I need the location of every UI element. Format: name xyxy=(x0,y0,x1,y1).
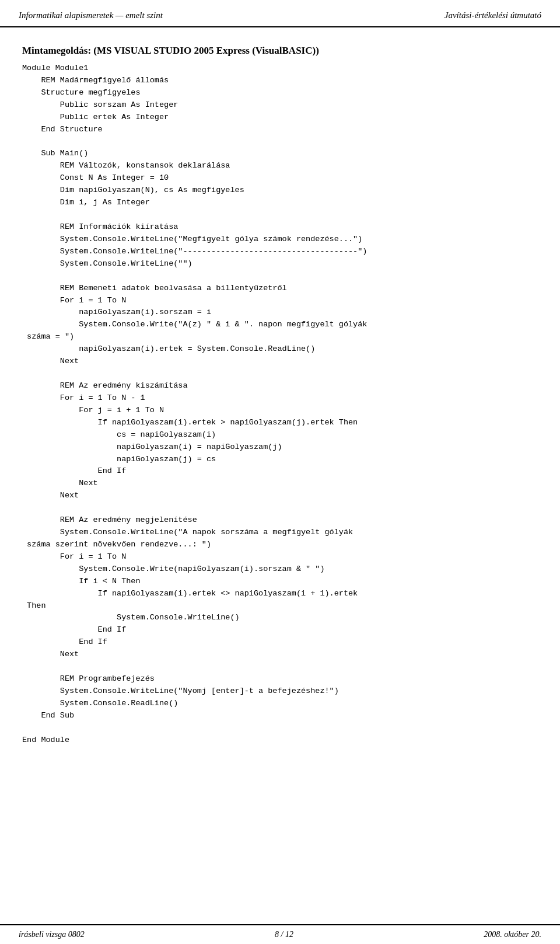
code-block: Module Module1 REM Madármegfigyelő állom… xyxy=(22,62,538,747)
page-header: Informatikai alapismeretek — emelt szint… xyxy=(0,0,560,27)
footer-left: írásbeli vizsga 0802 xyxy=(19,930,85,939)
page-content: Mintamegoldás: (MS VISUAL STUDIO 2005 Ex… xyxy=(0,27,560,793)
footer-right: 2008. október 20. xyxy=(484,930,541,939)
page-footer: írásbeli vizsga 0802 8 / 12 2008. októbe… xyxy=(0,924,560,944)
header-left: Informatikai alapismeretek — emelt szint xyxy=(19,11,163,20)
header-right: Javítási-értékelési útmutató xyxy=(444,11,541,20)
footer-center: 8 / 12 xyxy=(275,930,293,939)
section-title: Mintamegoldás: (MS VISUAL STUDIO 2005 Ex… xyxy=(22,45,538,57)
